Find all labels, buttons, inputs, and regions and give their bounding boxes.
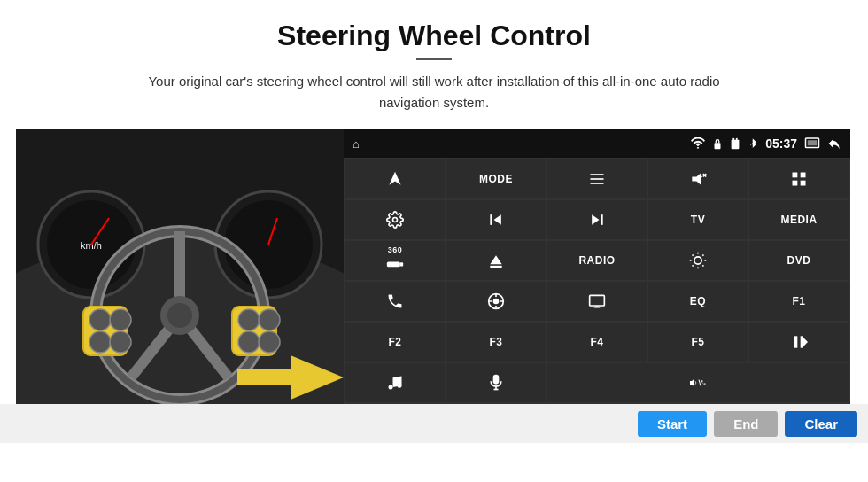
svg-line-57 bbox=[693, 265, 694, 266]
svg-rect-44 bbox=[490, 214, 492, 225]
svg-rect-49 bbox=[490, 266, 501, 268]
svg-point-60 bbox=[494, 299, 499, 304]
status-bar: ⌂ 05:37 bbox=[344, 129, 850, 158]
brightness-btn[interactable] bbox=[648, 241, 748, 280]
next-btn[interactable] bbox=[547, 200, 647, 239]
svg-point-25 bbox=[259, 331, 280, 353]
mute-btn[interactable] bbox=[648, 159, 748, 198]
svg-rect-30 bbox=[733, 138, 735, 142]
svg-rect-45 bbox=[601, 214, 603, 225]
cast-icon bbox=[804, 137, 820, 150]
f1-btn[interactable]: F1 bbox=[749, 282, 849, 321]
svg-point-20 bbox=[110, 331, 131, 353]
bottom-bar: Start End Clear bbox=[0, 404, 868, 443]
f4-btn[interactable]: F4 bbox=[547, 323, 647, 362]
title-divider bbox=[416, 58, 452, 60]
svg-point-23 bbox=[259, 309, 280, 330]
wifi-icon bbox=[691, 137, 705, 150]
start-button[interactable]: Start bbox=[638, 411, 707, 437]
screen-btn[interactable] bbox=[547, 282, 647, 321]
prev-btn[interactable] bbox=[446, 200, 546, 239]
end-button[interactable]: End bbox=[714, 411, 778, 437]
dvd-btn[interactable]: DVD bbox=[749, 241, 849, 280]
car-image: km/h bbox=[16, 129, 344, 404]
svg-point-68 bbox=[398, 384, 402, 388]
svg-rect-35 bbox=[591, 178, 604, 180]
home-icon: ⌂ bbox=[353, 137, 360, 151]
back-icon bbox=[827, 137, 841, 150]
svg-rect-28 bbox=[715, 143, 721, 149]
radio-panel: ⌂ 05:37 MODE bbox=[344, 129, 850, 404]
mode-btn[interactable]: MODE bbox=[446, 159, 546, 198]
f5-btn[interactable]: F5 bbox=[648, 323, 748, 362]
page-title: Steering Wheel Control bbox=[0, 0, 868, 58]
nav-btn[interactable] bbox=[446, 282, 546, 321]
svg-point-50 bbox=[694, 257, 701, 264]
tv-btn[interactable]: TV bbox=[648, 200, 748, 239]
svg-line-54 bbox=[702, 265, 703, 266]
svg-line-53 bbox=[693, 255, 694, 256]
svg-point-43 bbox=[393, 218, 398, 222]
svg-point-17 bbox=[89, 309, 111, 330]
radio-btn[interactable]: RADIO bbox=[547, 241, 647, 280]
grid-btn[interactable] bbox=[749, 159, 849, 198]
time-display: 05:37 bbox=[765, 136, 797, 151]
sd-icon bbox=[730, 137, 740, 150]
bt-icon bbox=[748, 137, 758, 150]
content-area: km/h bbox=[0, 129, 868, 404]
svg-rect-47 bbox=[400, 262, 403, 266]
phone-btn[interactable] bbox=[345, 282, 445, 321]
svg-point-24 bbox=[238, 331, 260, 353]
music-btn[interactable] bbox=[345, 363, 445, 402]
mic-btn[interactable] bbox=[446, 363, 546, 402]
svg-line-58 bbox=[702, 255, 703, 256]
svg-rect-61 bbox=[590, 295, 605, 306]
list-btn[interactable] bbox=[547, 159, 647, 198]
svg-rect-69 bbox=[494, 376, 499, 384]
svg-line-72 bbox=[699, 380, 701, 386]
lock-icon bbox=[712, 137, 723, 150]
svg-rect-27 bbox=[237, 369, 295, 385]
svg-rect-64 bbox=[794, 336, 797, 347]
svg-rect-40 bbox=[801, 173, 806, 178]
svg-rect-29 bbox=[732, 140, 740, 150]
svg-marker-66 bbox=[802, 336, 808, 347]
settings-btn[interactable] bbox=[345, 200, 445, 239]
svg-point-19 bbox=[89, 331, 111, 353]
svg-rect-36 bbox=[591, 183, 604, 184]
media-btn[interactable]: MEDIA bbox=[749, 200, 849, 239]
vol-phone-btn[interactable] bbox=[547, 363, 849, 402]
svg-rect-46 bbox=[387, 261, 400, 267]
clear-button[interactable]: Clear bbox=[785, 411, 857, 437]
eq-btn[interactable]: EQ bbox=[648, 282, 748, 321]
svg-marker-48 bbox=[490, 255, 501, 264]
svg-text:km/h: km/h bbox=[81, 240, 102, 251]
navigate-btn[interactable] bbox=[345, 159, 445, 198]
svg-rect-41 bbox=[793, 181, 798, 186]
f3-btn[interactable]: F3 bbox=[446, 323, 546, 362]
cam360-btn[interactable]: 360 bbox=[345, 241, 445, 280]
svg-point-18 bbox=[110, 309, 131, 330]
svg-point-22 bbox=[238, 309, 260, 330]
buttons-grid: MODE TV MEDIA 360 bbox=[344, 158, 850, 404]
svg-rect-42 bbox=[801, 181, 806, 186]
svg-point-15 bbox=[167, 303, 192, 328]
svg-rect-39 bbox=[793, 173, 798, 178]
subtitle: Your original car's steering wheel contr… bbox=[124, 71, 744, 113]
svg-rect-34 bbox=[591, 174, 604, 175]
svg-rect-31 bbox=[736, 138, 738, 142]
svg-point-67 bbox=[389, 385, 393, 390]
playpause-btn[interactable] bbox=[749, 323, 849, 362]
eject-btn[interactable] bbox=[446, 241, 546, 280]
f2-btn[interactable]: F2 bbox=[345, 323, 445, 362]
svg-rect-33 bbox=[808, 140, 818, 145]
